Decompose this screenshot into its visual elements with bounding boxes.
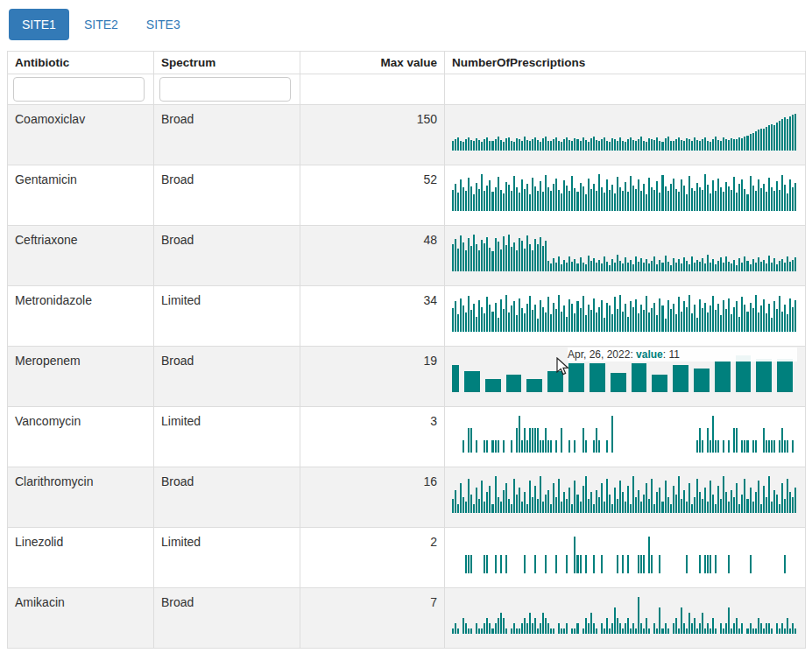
sparkline-bar (683, 301, 685, 332)
sparkline-bar (789, 628, 791, 634)
sparkline-bar (583, 486, 584, 514)
sparkline-bar (614, 297, 616, 332)
sparkline-bar (681, 607, 682, 634)
tab-site2[interactable]: SITE2 (71, 9, 131, 40)
sparkline-chart[interactable] (452, 476, 798, 513)
sparkline-bar (717, 179, 719, 211)
sparkline-bar (731, 190, 732, 211)
sparkline-bar (630, 137, 632, 151)
sparkline-chart[interactable] (452, 235, 798, 271)
sparkline-bar (648, 628, 650, 634)
sparkline-bar (632, 186, 634, 211)
sparkline-bar (593, 137, 595, 151)
sparkline-bar (627, 555, 629, 573)
sparkline-bar (583, 186, 584, 211)
sparkline-bar (736, 618, 738, 634)
sparkline-bar (513, 301, 515, 332)
sparkline-bar (500, 502, 502, 513)
sparkline-bar (670, 265, 672, 271)
sparkline-bar (542, 192, 544, 211)
sparkline-bar (773, 191, 775, 211)
sparkline-bar (771, 628, 773, 634)
sparkline-bar (598, 141, 600, 151)
sparkline-chart[interactable] (452, 174, 798, 211)
sparkline-bar (648, 138, 650, 151)
sparkline-bar (583, 296, 584, 332)
sparkline-bar (596, 191, 597, 211)
sparkline-bar (455, 301, 456, 332)
sparkline-bar (632, 140, 634, 151)
sparkline-bar (561, 193, 562, 211)
sparkline-bar (537, 319, 539, 332)
sparkline-bar (635, 141, 637, 151)
spectrum-filter-input[interactable] (159, 77, 291, 102)
sparkline-bar (635, 256, 637, 272)
table-row: LinezolidLimited2 (8, 528, 806, 588)
sparkline-bar (468, 555, 470, 573)
antibiotic-filter-input[interactable] (13, 77, 145, 102)
sparkline-bar (736, 483, 738, 513)
sparkline-bar (643, 495, 645, 513)
sparkline-bar (659, 488, 660, 513)
sparkline-bar (574, 188, 575, 211)
tab-site1[interactable]: SITE1 (9, 9, 69, 40)
sparkline-chart[interactable] (452, 597, 798, 634)
sparkline-bar (640, 305, 642, 332)
sparkline-chart[interactable] (452, 114, 798, 151)
sparkline-bar (784, 263, 786, 271)
sparkline-bar (545, 618, 547, 634)
sparkline-bar (752, 628, 754, 634)
sparkline-bar (773, 490, 775, 513)
sparkline-bar (491, 251, 493, 271)
sparkline-bar (478, 189, 480, 211)
sparkline-bar (604, 137, 605, 151)
sparkline-bar (455, 623, 456, 634)
sparkline-bar (537, 140, 539, 151)
sparkline-bar (550, 628, 552, 634)
sparkline-bar (526, 623, 528, 634)
sparkline-bar (617, 255, 618, 271)
sparkline-bar (625, 142, 626, 151)
sparkline-bar (659, 607, 660, 634)
sparkline-chart[interactable] (452, 537, 798, 573)
sparkline-bar (773, 258, 775, 271)
sparkline-bar (563, 139, 565, 151)
sparkline-bar (646, 194, 647, 211)
sparkline-bar (717, 304, 719, 332)
sparkline-chart[interactable] (452, 295, 798, 332)
sparkline-bar (583, 428, 584, 453)
sparkline-bar (632, 363, 647, 392)
sparkline-bar (777, 359, 793, 392)
antibiotic-cell: Gentamicin (8, 165, 154, 226)
sparkline-bar (576, 623, 578, 634)
mouse-cursor-icon (556, 357, 569, 376)
sparkline-bar (781, 175, 783, 211)
sparkline-bar (588, 142, 590, 151)
antibiotic-cell: Coamoxiclav (8, 105, 154, 165)
tab-site3[interactable]: SITE3 (133, 9, 194, 40)
sparkline-bar (665, 481, 667, 513)
sparkline-bar (532, 139, 533, 151)
sparkline-bar (484, 555, 485, 573)
sparkline-bar (792, 440, 794, 453)
sparkline-bar (746, 261, 748, 271)
sparkline-bar (784, 185, 786, 211)
sparkline-bar (614, 139, 616, 151)
sparkline-bar (646, 483, 647, 513)
sparkline-bar (478, 628, 480, 634)
sparkline-bar (476, 440, 477, 453)
sparkline-bar (622, 492, 624, 513)
sparkline-bar (588, 623, 590, 634)
sparkline-bar (665, 319, 667, 332)
sparkline-bar (627, 263, 629, 271)
sparkline-bar (670, 309, 672, 332)
sparkline-bar (643, 310, 645, 332)
sparkline-bar (452, 365, 459, 392)
sparkline-bar (465, 250, 467, 272)
sparkline-bar (508, 312, 510, 332)
sparkline-bar (707, 141, 709, 151)
sparkline-chart[interactable] (452, 416, 798, 453)
sparkline-bar (710, 305, 711, 332)
sparkline-bar (733, 497, 735, 513)
sparkline-bar (563, 628, 565, 634)
